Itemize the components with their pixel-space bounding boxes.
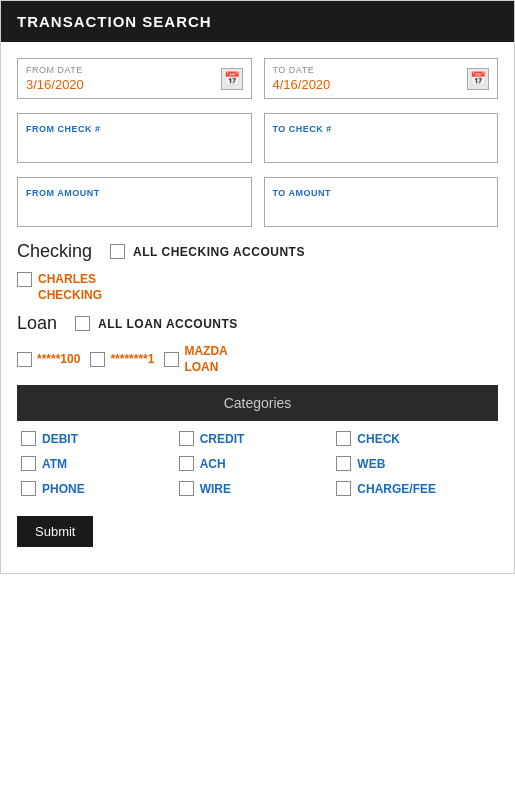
- charles-checking-checkbox[interactable]: [17, 272, 32, 287]
- to-check-input[interactable]: [273, 140, 490, 155]
- loan-1-checkbox[interactable]: [90, 352, 105, 367]
- from-date-calendar-icon[interactable]: 📅: [221, 68, 243, 90]
- all-loan-checkbox[interactable]: [75, 316, 90, 331]
- category-debit-item: DEBIT: [21, 431, 179, 446]
- date-row: FROM DATE 3/16/2020 📅 TO DATE 4/16/2020 …: [17, 58, 498, 99]
- to-check-label: TO CHECK #: [273, 124, 490, 134]
- to-amount-field: TO AMOUNT: [264, 177, 499, 227]
- loan-accounts-row: *****100 ********1 MAZDALOAN: [17, 344, 498, 375]
- category-check-checkbox[interactable]: [336, 431, 351, 446]
- to-amount-label: TO AMOUNT: [273, 188, 490, 198]
- from-date-label: FROM DATE: [26, 65, 84, 75]
- category-wire-label: WIRE: [200, 482, 231, 496]
- categories-grid: DEBIT CREDIT CHECK ATM ACH WEB: [17, 431, 498, 496]
- loan-100-checkbox[interactable]: [17, 352, 32, 367]
- category-phone-checkbox[interactable]: [21, 481, 36, 496]
- from-amount-field: FROM AMOUNT: [17, 177, 252, 227]
- category-web-item: WEB: [336, 456, 494, 471]
- category-atm-label: ATM: [42, 457, 67, 471]
- to-date-calendar-icon[interactable]: 📅: [467, 68, 489, 90]
- loan-section: Loan ALL LOAN ACCOUNTS *****100 ********…: [17, 313, 498, 375]
- category-atm-checkbox[interactable]: [21, 456, 36, 471]
- category-wire-item: WIRE: [179, 481, 337, 496]
- category-credit-checkbox[interactable]: [179, 431, 194, 446]
- charles-checking-label: CHARLESCHECKING: [38, 272, 102, 303]
- category-debit-checkbox[interactable]: [21, 431, 36, 446]
- to-date-value: 4/16/2020: [273, 77, 331, 92]
- category-charge-fee-item: CHARGE/FEE: [336, 481, 494, 496]
- category-ach-item: ACH: [179, 456, 337, 471]
- category-debit-label: DEBIT: [42, 432, 78, 446]
- loan-100-item: *****100: [17, 352, 80, 368]
- from-check-input[interactable]: [26, 140, 243, 155]
- header-title-text: TRANSACTION SEARCH: [17, 13, 212, 30]
- all-checking-label: ALL CHECKING ACCOUNTS: [133, 245, 305, 259]
- from-check-field: FROM CHECK #: [17, 113, 252, 163]
- category-wire-checkbox[interactable]: [179, 481, 194, 496]
- from-amount-label: FROM AMOUNT: [26, 188, 243, 198]
- loan-section-label: Loan: [17, 313, 57, 334]
- category-web-checkbox[interactable]: [336, 456, 351, 471]
- category-credit-item: CREDIT: [179, 431, 337, 446]
- page-title: TRANSACTION SEARCH: [1, 1, 514, 42]
- checking-section: Checking ALL CHECKING ACCOUNTS CHARLESCH…: [17, 241, 498, 303]
- charles-checking-item: CHARLESCHECKING: [17, 272, 498, 303]
- to-date-field: TO DATE 4/16/2020 📅: [264, 58, 499, 99]
- category-ach-checkbox[interactable]: [179, 456, 194, 471]
- to-date-label: TO DATE: [273, 65, 331, 75]
- amount-row: FROM AMOUNT TO AMOUNT: [17, 177, 498, 227]
- check-number-row: FROM CHECK # TO CHECK #: [17, 113, 498, 163]
- to-amount-input[interactable]: [273, 204, 490, 219]
- category-web-label: WEB: [357, 457, 385, 471]
- from-amount-input[interactable]: [26, 204, 243, 219]
- to-check-field: TO CHECK #: [264, 113, 499, 163]
- category-check-item: CHECK: [336, 431, 494, 446]
- category-charge-fee-checkbox[interactable]: [336, 481, 351, 496]
- categories-header: Categories: [17, 385, 498, 421]
- loan-1-item: ********1: [90, 352, 154, 368]
- categories-header-label: Categories: [224, 395, 292, 411]
- loan-mazda-item: MAZDALOAN: [164, 344, 227, 375]
- loan-mazda-label: MAZDALOAN: [184, 344, 227, 375]
- category-charge-fee-label: CHARGE/FEE: [357, 482, 436, 496]
- category-phone-item: PHONE: [21, 481, 179, 496]
- from-check-label: FROM CHECK #: [26, 124, 243, 134]
- category-check-label: CHECK: [357, 432, 400, 446]
- loan-mazda-checkbox[interactable]: [164, 352, 179, 367]
- from-date-value: 3/16/2020: [26, 77, 84, 92]
- from-date-field: FROM DATE 3/16/2020 📅: [17, 58, 252, 99]
- category-credit-label: CREDIT: [200, 432, 245, 446]
- submit-button[interactable]: Submit: [17, 516, 93, 547]
- category-phone-label: PHONE: [42, 482, 85, 496]
- loan-1-label: ********1: [110, 352, 154, 368]
- checking-section-label: Checking: [17, 241, 92, 262]
- loan-100-label: *****100: [37, 352, 80, 368]
- category-atm-item: ATM: [21, 456, 179, 471]
- all-loan-label: ALL LOAN ACCOUNTS: [98, 317, 238, 331]
- category-ach-label: ACH: [200, 457, 226, 471]
- all-checking-checkbox[interactable]: [110, 244, 125, 259]
